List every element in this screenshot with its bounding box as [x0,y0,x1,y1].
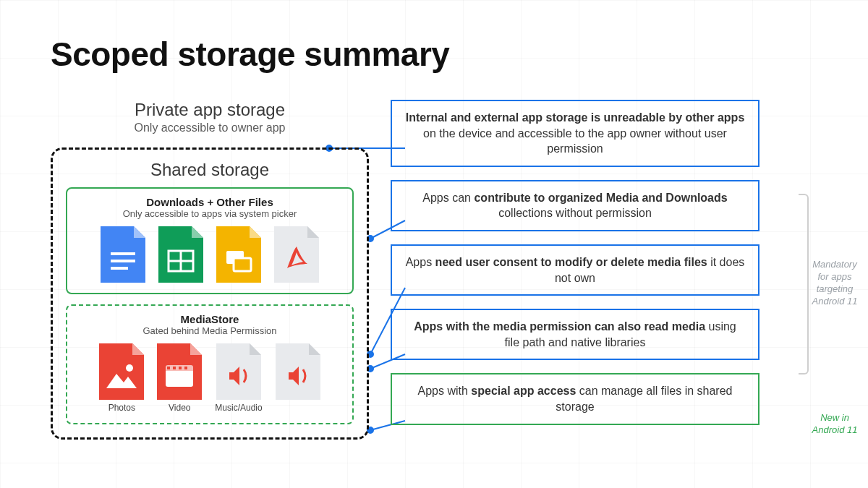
svg-rect-24 [184,367,187,369]
svg-rect-22 [173,367,176,369]
svg-rect-17 [234,258,251,271]
svg-rect-23 [179,367,182,369]
private-storage-subtitle: Only accessible to owner app [51,121,369,134]
photos-label: Photos [109,403,135,413]
downloads-heading: Downloads + Other Files [76,196,344,208]
info-box-5: Apps with special app access can manage … [391,373,760,424]
mediastore-subtitle: Gated behind Media Permission [76,325,344,336]
mediastore-heading: MediaStore [76,313,344,325]
photo-file-icon [99,343,144,400]
docs-file-icon [101,226,145,283]
svg-point-18 [126,364,133,372]
page-title: Scoped storage summary [51,35,817,74]
info-box-1: Internal and external app storage is unr… [391,100,760,167]
right-column: Internal and external app storage is unr… [391,100,760,425]
sheets-file-icon [158,226,203,283]
mediastore-box: MediaStore Gated behind Media Permission… [66,304,354,424]
audio-file-icon-2 [276,343,320,400]
video-file-icon [157,343,202,400]
private-storage-title: Private app storage [51,100,369,120]
info-box-4: Apps with the media permission can also … [391,309,760,360]
downloads-box: Downloads + Other Files Only accessible … [66,187,354,294]
slides-file-icon [216,226,261,283]
audio-file-icon [216,343,261,400]
left-column: Private app storage Only accessible to o… [51,100,369,440]
svg-rect-21 [167,367,170,369]
music-label: Music/Audio [215,403,262,413]
private-storage-block: Private app storage Only accessible to o… [51,100,369,134]
info-box-2: Apps can contribute to organized Media a… [391,180,760,231]
shared-storage-box: Shared storage Downloads + Other Files O… [51,147,369,440]
info-box-3: Apps need user consent to modify or dele… [391,244,760,296]
pdf-file-icon [274,226,319,283]
shared-storage-title: Shared storage [66,160,354,180]
video-label: Video [169,403,190,413]
downloads-subtitle: Only accessible to apps via system picke… [76,208,344,219]
